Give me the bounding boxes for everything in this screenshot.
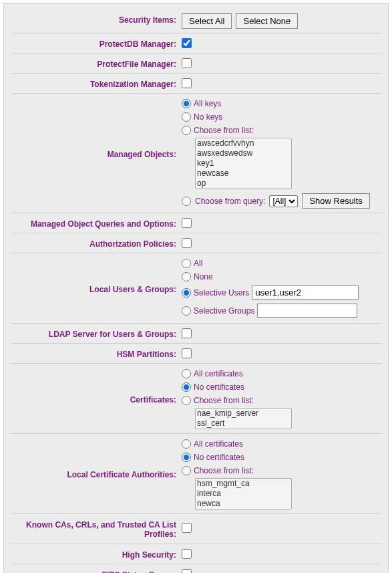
row-known-cas: Known CAs, CRLs, and Trusted CA List Pro…: [11, 514, 381, 544]
row-hsm: HSM Partitions:: [11, 344, 381, 364]
lca-none-radio[interactable]: [182, 453, 191, 462]
mo-query-dropdown[interactable]: [All]: [269, 195, 298, 207]
protectdb-checkbox[interactable]: [182, 38, 192, 48]
label-certificates: Certificates:: [11, 393, 182, 405]
row-local-users: Local Users & Groups: All None Selective…: [11, 253, 381, 324]
cert-choose-radio[interactable]: [182, 396, 191, 405]
mo-choose-query-radio[interactable]: [182, 197, 191, 206]
cert-list[interactable]: nae_kmip_serverssl_cert: [195, 408, 292, 429]
row-fips: FIPS Status Server:: [11, 564, 381, 573]
label-security-items: Security Items:: [11, 13, 182, 25]
ldap-checkbox[interactable]: [182, 328, 192, 338]
row-auth-policies: Authorization Policies:: [11, 233, 381, 253]
row-managed-objects: Managed Objects: All keys No keys Choose…: [11, 94, 381, 213]
label-hsm: HSM Partitions:: [11, 348, 182, 359]
mo-queries-checkbox[interactable]: [182, 218, 192, 228]
row-mo-queries: Managed Object Queries and Options:: [11, 213, 381, 233]
label-known-cas: Known CAs, CRLs, and Trusted CA List Pro…: [11, 518, 182, 540]
cert-all-label: All certificates: [194, 369, 243, 378]
mo-no-keys-label: No keys: [194, 112, 222, 122]
label-local-users: Local Users & Groups:: [11, 283, 182, 294]
known-cas-checkbox[interactable]: [182, 523, 192, 533]
mo-no-keys-radio[interactable]: [182, 112, 191, 122]
tokenization-checkbox[interactable]: [182, 78, 192, 88]
row-high-security: High Security:: [11, 544, 381, 564]
mo-choose-list-label: Choose from list:: [194, 126, 254, 135]
lu-all-label: All: [194, 259, 202, 268]
show-results-button[interactable]: Show Results: [302, 193, 369, 209]
lu-sel-groups-input[interactable]: [257, 304, 357, 318]
cert-none-label: No certificates: [194, 382, 244, 392]
lca-all-label: All certificates: [194, 439, 243, 449]
cert-choose-label: Choose from list:: [194, 396, 254, 405]
label-fips: FIPS Status Server:: [11, 568, 182, 573]
high-security-checkbox[interactable]: [182, 549, 192, 559]
mo-all-keys-radio[interactable]: [182, 99, 191, 108]
row-ldap: LDAP Server for Users & Groups:: [11, 324, 381, 344]
lu-sel-groups-label: Selective Groups: [194, 306, 254, 316]
row-tokenization: Tokenization Manager:: [11, 74, 381, 94]
select-none-button[interactable]: Select None: [236, 13, 298, 29]
select-all-button[interactable]: Select All: [182, 13, 232, 29]
lca-choose-radio[interactable]: [182, 466, 191, 475]
row-local-ca: Local Certificate Authorities: All certi…: [11, 434, 381, 514]
row-security-items: Security Items: Select All Select None: [11, 9, 381, 33]
label-protectdb: ProtectDB Manager:: [11, 37, 182, 49]
lca-choose-label: Choose from list:: [194, 466, 254, 475]
hsm-checkbox[interactable]: [182, 348, 192, 358]
lu-sel-users-label: Selective Users: [194, 288, 249, 298]
lu-sel-users-radio[interactable]: [182, 288, 191, 298]
lu-sel-groups-radio[interactable]: [182, 306, 191, 316]
row-certificates: Certificates: All certificates No certif…: [11, 364, 381, 434]
lca-none-label: No certificates: [194, 453, 244, 462]
row-protectdb: ProtectDB Manager:: [11, 33, 381, 53]
label-managed-objects: Managed Objects:: [11, 148, 182, 159]
mo-all-keys-label: All keys: [194, 99, 221, 108]
label-protectfile: ProtectFile Manager:: [11, 58, 182, 69]
lu-none-label: None: [194, 272, 213, 281]
lu-none-radio[interactable]: [182, 272, 191, 281]
lu-sel-users-input[interactable]: [252, 285, 359, 300]
label-mo-queries: Managed Object Queries and Options:: [11, 217, 182, 229]
label-high-security: High Security:: [11, 548, 182, 560]
cert-all-radio[interactable]: [182, 369, 191, 378]
fips-checkbox[interactable]: [182, 569, 192, 573]
mo-list[interactable]: awscedcrfvvhynawsxedswedswkey1newcaseop: [195, 138, 292, 189]
mo-choose-query-label: Choose from query:: [195, 197, 265, 206]
lca-all-radio[interactable]: [182, 439, 191, 449]
cert-none-radio[interactable]: [182, 382, 191, 392]
lu-all-radio[interactable]: [182, 259, 191, 268]
label-ldap: LDAP Server for Users & Groups:: [11, 328, 182, 339]
lca-list[interactable]: hsm_mgmt_caintercanewca: [195, 478, 292, 509]
label-local-ca: Local Certificate Authorities:: [11, 468, 182, 479]
mo-choose-list-radio[interactable]: [182, 126, 191, 135]
auth-policies-checkbox[interactable]: [182, 238, 192, 248]
security-panel: Security Items: Select All Select None P…: [3, 3, 389, 573]
label-tokenization: Tokenization Manager:: [11, 78, 182, 89]
row-protectfile: ProtectFile Manager:: [11, 53, 381, 74]
label-auth-policies: Authorization Policies:: [11, 237, 182, 249]
protectfile-checkbox[interactable]: [182, 58, 192, 68]
